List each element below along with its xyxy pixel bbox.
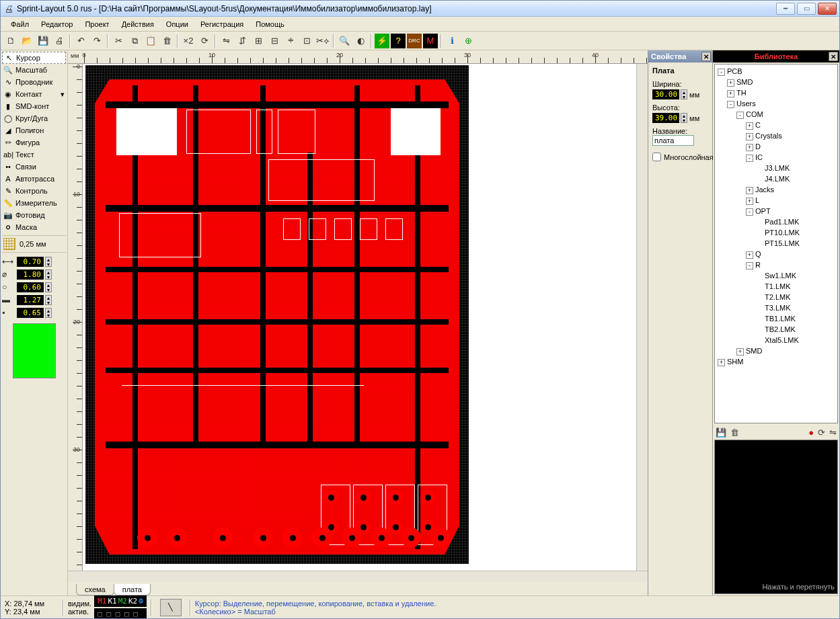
expand-icon[interactable]: + bbox=[746, 133, 753, 140]
save-icon[interactable]: 💾 bbox=[36, 34, 50, 48]
library-tree[interactable]: -PCB+SMD+TH-Users-COM+C+Crystals+D-ICJ3.… bbox=[714, 64, 838, 423]
tree-node[interactable]: -PCB bbox=[716, 66, 836, 77]
tree-node[interactable]: -OPT bbox=[716, 206, 836, 216]
param-value[interactable]: 1.27 bbox=[17, 295, 44, 305]
param-value[interactable]: 0.70 bbox=[17, 257, 44, 267]
param-row[interactable]: ⟷0.70▲▼ bbox=[2, 255, 66, 267]
param-value[interactable]: 0.60 bbox=[17, 282, 44, 292]
tree-node[interactable]: T2.LMK bbox=[716, 292, 836, 302]
info-icon[interactable]: ℹ bbox=[445, 34, 459, 48]
tool-Масштаб[interactable]: 🔍Масштаб bbox=[2, 64, 66, 76]
height-stepper[interactable]: ▲▼ bbox=[681, 113, 687, 123]
expand-icon[interactable]: + bbox=[746, 122, 753, 130]
tree-node[interactable]: +TH bbox=[716, 87, 836, 98]
tree-node[interactable]: +L bbox=[716, 195, 836, 206]
tool-Полигон[interactable]: ◢Полигон bbox=[2, 124, 66, 136]
expand-icon[interactable]: - bbox=[718, 69, 725, 76]
redo-icon[interactable]: ↷ bbox=[89, 34, 104, 48]
tree-node[interactable]: J4.LMK bbox=[716, 173, 836, 184]
lib-delete-icon[interactable]: 🗑 bbox=[730, 427, 739, 438]
tool-Контроль[interactable]: ✎Контроль bbox=[2, 185, 66, 197]
tree-node[interactable]: +SHM bbox=[716, 356, 836, 367]
tab-схема[interactable]: схема bbox=[76, 584, 114, 595]
tree-node[interactable]: Pad1.LMK bbox=[716, 216, 836, 227]
menu-Действия[interactable]: Действия bbox=[116, 18, 160, 30]
cut-icon[interactable]: ✂ bbox=[111, 34, 126, 48]
width-value[interactable]: 30.00 bbox=[652, 89, 679, 99]
name-input[interactable] bbox=[652, 135, 694, 146]
print-icon[interactable]: 🖨 bbox=[52, 34, 67, 48]
tool-Автотрасса[interactable]: AАвтотрасса bbox=[2, 173, 66, 185]
question-icon[interactable]: ? bbox=[391, 34, 406, 48]
mirror-v-icon[interactable]: ⇵ bbox=[235, 34, 250, 48]
expand-icon[interactable]: + bbox=[746, 144, 753, 151]
multilayer-checkbox[interactable] bbox=[652, 153, 661, 161]
tool-Курсор[interactable]: ↖Курсор bbox=[2, 52, 66, 64]
expand-icon[interactable]: + bbox=[718, 359, 725, 366]
tree-node[interactable]: +D bbox=[716, 141, 836, 152]
param-value[interactable]: 1.80 bbox=[17, 270, 44, 280]
horizontal-scrollbar[interactable] bbox=[68, 571, 648, 582]
tool-Проводник[interactable]: ∿Проводник bbox=[2, 76, 66, 88]
tree-node[interactable]: Xtal5.LMK bbox=[716, 335, 836, 345]
expand-icon[interactable]: - bbox=[736, 112, 744, 119]
open-icon[interactable]: 📂 bbox=[20, 34, 34, 48]
tool-Связи[interactable]: ••Связи bbox=[2, 161, 66, 173]
menu-Регистрация[interactable]: Регистрация bbox=[194, 18, 250, 30]
expand-icon[interactable]: - bbox=[746, 262, 753, 270]
tree-node[interactable]: -Users bbox=[716, 98, 836, 109]
mirror-h-icon[interactable]: ⇋ bbox=[219, 34, 233, 48]
tree-node[interactable]: +SMD bbox=[716, 77, 836, 87]
color-swatch[interactable] bbox=[13, 323, 56, 378]
tool-Круг/Дуга[interactable]: ◯Круг/Дуга bbox=[2, 112, 66, 124]
width-stepper[interactable]: ▲▼ bbox=[681, 89, 687, 99]
tool-Измеритель[interactable]: 📏Измеритель bbox=[2, 197, 66, 209]
tool-Фигура[interactable]: ✏Фигура bbox=[2, 136, 66, 149]
tree-node[interactable]: Sw1.LMK bbox=[716, 270, 836, 281]
tool-Контакт[interactable]: ◉Контакт ▾ bbox=[2, 88, 66, 100]
tree-node[interactable]: PT10.LMK bbox=[716, 227, 836, 238]
align-icon[interactable]: ⫩ bbox=[283, 34, 298, 48]
param-row[interactable]: ⌀1.80▲▼ bbox=[2, 268, 66, 280]
lib-rotate-icon[interactable]: ⟳ bbox=[818, 427, 825, 438]
pcb-canvas[interactable] bbox=[85, 65, 469, 564]
paste-icon[interactable]: 📋 bbox=[143, 34, 158, 48]
expand-icon[interactable]: + bbox=[746, 198, 753, 205]
tree-node[interactable]: +C bbox=[716, 120, 836, 130]
param-stepper[interactable]: ▲▼ bbox=[45, 270, 52, 280]
library-close-icon[interactable]: ✕ bbox=[829, 52, 838, 61]
tree-node[interactable]: -COM bbox=[716, 109, 836, 120]
tree-node[interactable]: T3.LMK bbox=[716, 302, 836, 313]
library-preview[interactable]: Нажать и перетянуть bbox=[714, 440, 838, 594]
properties-close-icon[interactable]: ✕ bbox=[701, 52, 711, 61]
canvas-viewport[interactable] bbox=[83, 64, 636, 571]
copy-icon[interactable]: ⧉ bbox=[127, 34, 142, 48]
group-icon[interactable]: ⊞ bbox=[251, 34, 266, 48]
m1-icon[interactable]: M bbox=[423, 34, 438, 48]
tree-node[interactable]: PT15.LMK bbox=[716, 238, 836, 249]
param-value[interactable]: 0.65 bbox=[17, 308, 44, 318]
test-icon[interactable]: ⚡ bbox=[375, 34, 389, 48]
tree-node[interactable]: -IC bbox=[716, 152, 836, 163]
close-button[interactable]: ✕ bbox=[818, 3, 837, 15]
tool-SMD-конт[interactable]: ▮SMD-конт bbox=[2, 100, 66, 112]
expand-icon[interactable]: + bbox=[746, 251, 753, 259]
tool-Маска[interactable]: ⭘Маска bbox=[2, 221, 66, 233]
duplicate-icon[interactable]: ×2 bbox=[181, 34, 196, 48]
param-row[interactable]: ○0.60▲▼ bbox=[2, 281, 66, 293]
layer-visibility[interactable]: М1К1М2К2Ф bbox=[94, 595, 147, 607]
minimize-button[interactable]: ━ bbox=[776, 3, 795, 15]
new-icon[interactable]: 🗋 bbox=[3, 34, 18, 48]
param-row[interactable]: ▪0.65▲▼ bbox=[2, 306, 66, 319]
tree-node[interactable]: +Jacks bbox=[716, 184, 836, 195]
tool-Фотовид[interactable]: 📷Фотовид bbox=[2, 209, 66, 221]
vertical-scrollbar[interactable] bbox=[636, 64, 648, 571]
tree-node[interactable]: +Q bbox=[716, 249, 836, 259]
tree-node[interactable]: TB2.LMK bbox=[716, 324, 836, 335]
expand-icon[interactable]: + bbox=[727, 90, 734, 97]
snap-icon[interactable]: ⊡ bbox=[299, 34, 314, 48]
drc-icon[interactable]: DRC bbox=[407, 34, 422, 48]
expand-icon[interactable]: + bbox=[727, 79, 734, 87]
lib-record-icon[interactable]: ● bbox=[808, 427, 814, 438]
height-value[interactable]: 39.00 bbox=[652, 113, 679, 123]
